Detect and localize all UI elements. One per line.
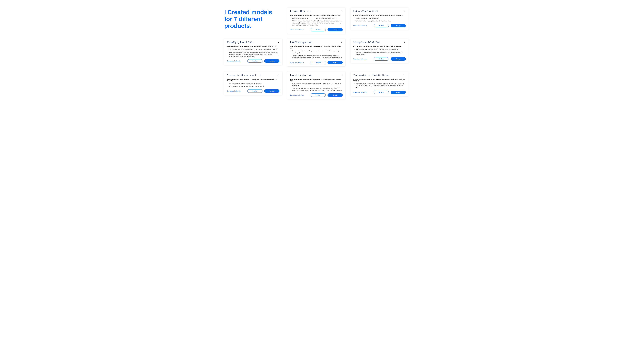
modal-header: Visa Signature Cash Back Credit Card bbox=[353, 74, 406, 76]
suggestion-list: Are you looking for a new credit card?We… bbox=[354, 17, 406, 22]
modal-footer: Schedule a Follow UpDeclineAccept bbox=[290, 94, 343, 97]
schedule-follow-up-link[interactable]: Schedule a Follow Up bbox=[353, 25, 372, 26]
list-item: I see you've been using your debit card … bbox=[354, 83, 406, 89]
suggestion-list: I see you don't have a checking account … bbox=[291, 83, 343, 92]
modal-footer: Schedule a Follow UpDeclineAccept bbox=[227, 59, 280, 62]
accept-button[interactable]: Accept bbox=[390, 24, 406, 28]
list-item: We have one that you might be interested… bbox=[354, 20, 406, 22]
schedule-follow-up-link[interactable]: Schedule a Follow Up bbox=[227, 90, 246, 92]
modal-header: Home Equity Line of Credit bbox=[227, 41, 280, 44]
modal-footer: Schedule a Follow UpDeclineAccept bbox=[353, 57, 406, 60]
close-icon[interactable] bbox=[403, 74, 406, 76]
decline-button[interactable]: Decline bbox=[374, 90, 389, 94]
suggestion-list: Are you currently living at ________? Do… bbox=[291, 17, 343, 26]
modal-prompt: When a member is recommended to refinanc… bbox=[290, 14, 343, 16]
accept-button[interactable]: Accept bbox=[390, 90, 406, 94]
modal-title: Free Checking Account bbox=[290, 74, 312, 76]
list-item: "We offer a secured credit card to help … bbox=[354, 51, 406, 55]
list-item: Are you aware we offer a rewards card wi… bbox=[228, 85, 280, 87]
schedule-follow-up-link[interactable]: Schedule a Follow Up bbox=[290, 94, 309, 96]
modal-footer: Schedule a Follow UpDeclineAccept bbox=[290, 28, 343, 32]
modal-prompt: When a member is recommended to open a F… bbox=[290, 78, 343, 82]
list-item: Tell me about your emergency funds, do y… bbox=[228, 48, 280, 50]
product-modal: Savings Secured Credit CardIf a member i… bbox=[350, 39, 408, 63]
button-group: DeclineAccept bbox=[374, 24, 406, 28]
modal-prompt: When a member is recommended a Visa Sign… bbox=[227, 78, 280, 82]
list-item: You can get paid up to two days early wh… bbox=[291, 55, 343, 59]
list-item: Are you looking to earn rewards on your … bbox=[228, 83, 280, 85]
modal-footer: Schedule a Follow UpDeclineAccept bbox=[353, 90, 406, 94]
button-group: DeclineAccept bbox=[311, 28, 343, 32]
modal-header: Refinance Home Loan bbox=[290, 10, 343, 12]
modal-prompt: When a member is recommended a Visa Sign… bbox=[353, 78, 406, 82]
list-item: Having a Home Equity Line of Credit as a… bbox=[228, 51, 280, 57]
modal-title: Refinance Home Loan bbox=[290, 10, 311, 12]
list-item: We offer various home loans, including r… bbox=[291, 20, 343, 26]
list-item: You can get paid up to two days early wh… bbox=[291, 87, 343, 92]
decline-button[interactable]: Decline bbox=[311, 94, 326, 97]
close-icon[interactable] bbox=[340, 41, 343, 44]
close-icon[interactable] bbox=[403, 41, 406, 44]
modal-title: Platinum Visa Credit Card bbox=[353, 10, 378, 12]
product-modal: Refinance Home LoanWhen a member is reco… bbox=[287, 8, 345, 34]
accept-button[interactable]: Accept bbox=[390, 57, 406, 60]
decline-button[interactable]: Decline bbox=[311, 28, 326, 32]
product-modal: Platinum Visa Credit CardWhen a member i… bbox=[350, 8, 408, 30]
schedule-follow-up-link[interactable]: Schedule a Follow Up bbox=[227, 60, 246, 62]
modal-prompt: When a member is recommended a Platinum … bbox=[353, 14, 406, 16]
list-item: Are you looking for a new credit card? bbox=[354, 17, 406, 19]
modal-prompt: When a member is recommended to open a F… bbox=[290, 46, 343, 49]
list-item: "Are you looking to establish, rebuild, … bbox=[354, 48, 406, 50]
suggestion-list: Are you looking to earn rewards on your … bbox=[228, 83, 280, 88]
modal-title: Home Equity Line of Credit bbox=[227, 41, 253, 44]
accept-button[interactable]: Accept bbox=[327, 94, 343, 97]
schedule-follow-up-link[interactable]: Schedule a Follow Up bbox=[290, 29, 309, 30]
modal-title: Free Checking Account bbox=[290, 41, 312, 44]
button-group: DeclineAccept bbox=[374, 57, 406, 60]
suggestion-list: I see you've been using your debit card … bbox=[354, 83, 406, 89]
modal-footer: Schedule a Follow UpDeclineAccept bbox=[290, 61, 343, 64]
accept-button[interactable]: Accept bbox=[327, 28, 343, 32]
close-icon[interactable] bbox=[340, 10, 343, 12]
decline-button[interactable]: Decline bbox=[311, 61, 326, 64]
list-item: I see you don't have a checking account … bbox=[291, 83, 343, 87]
schedule-follow-up-link[interactable]: Schedule a Follow Up bbox=[290, 62, 309, 63]
modal-header: Savings Secured Credit Card bbox=[353, 41, 406, 44]
modal-title: Visa Signature Rewards Credit Card bbox=[227, 74, 261, 76]
modal-footer: Schedule a Follow UpDeclineAccept bbox=[227, 89, 280, 93]
decline-button[interactable]: Decline bbox=[374, 57, 389, 60]
suggestion-list: Tell me about your emergency funds, do y… bbox=[228, 48, 280, 57]
headline: I Created modals for 7 different product… bbox=[224, 9, 279, 29]
product-modal: Visa Signature Cash Back Credit CardWhen… bbox=[350, 72, 408, 96]
modal-header: Free Checking Account bbox=[290, 41, 343, 44]
button-group: DeclineAccept bbox=[374, 90, 406, 94]
close-icon[interactable] bbox=[403, 10, 406, 12]
suggestion-list: "Are you looking to establish, rebuild, … bbox=[354, 48, 406, 55]
decline-button[interactable]: Decline bbox=[247, 59, 263, 62]
modal-title: Visa Signature Cash Back Credit Card bbox=[353, 74, 389, 76]
modal-header: Visa Signature Rewards Credit Card bbox=[227, 74, 280, 76]
product-modal: Free Checking AccountWhen a member is re… bbox=[287, 39, 345, 66]
modal-header: Platinum Visa Credit Card bbox=[353, 10, 406, 12]
modal-prompt: If a member is recommended a Savings Sec… bbox=[353, 46, 406, 47]
product-modal: Free Checking AccountWhen a member is re… bbox=[287, 72, 345, 99]
headline-cell: I Created modals for 7 different product… bbox=[224, 8, 282, 29]
button-group: DeclineAccept bbox=[311, 94, 343, 97]
product-modal: Visa Signature Rewards Credit CardWhen a… bbox=[224, 72, 282, 95]
schedule-follow-up-link[interactable]: Schedule a Follow Up bbox=[353, 58, 372, 60]
button-group: DeclineAccept bbox=[247, 59, 280, 62]
accept-button[interactable]: Accept bbox=[264, 89, 280, 93]
decline-button[interactable]: Decline bbox=[374, 24, 389, 28]
decline-button[interactable]: Decline bbox=[247, 89, 263, 93]
close-icon[interactable] bbox=[277, 41, 280, 44]
accept-button[interactable]: Accept bbox=[264, 59, 280, 62]
modal-header: Free Checking Account bbox=[290, 74, 343, 76]
close-icon[interactable] bbox=[340, 74, 343, 76]
list-item: I see you don't have a checking account … bbox=[291, 50, 343, 54]
suggestion-list: I see you don't have a checking account … bbox=[291, 50, 343, 59]
accept-button[interactable]: Accept bbox=[327, 61, 343, 64]
schedule-follow-up-link[interactable]: Schedule a Follow Up bbox=[353, 92, 372, 93]
modal-footer: Schedule a Follow UpDeclineAccept bbox=[353, 24, 406, 28]
close-icon[interactable] bbox=[277, 74, 280, 76]
button-group: DeclineAccept bbox=[247, 89, 280, 93]
